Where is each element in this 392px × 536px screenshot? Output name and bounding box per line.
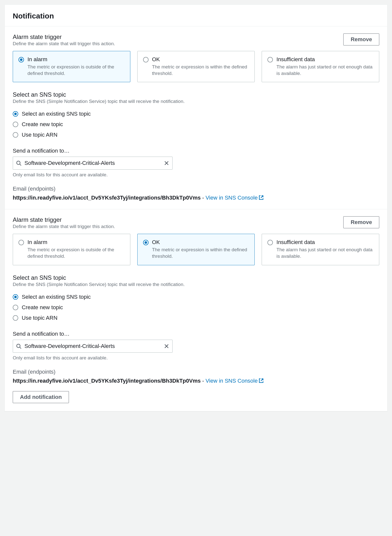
send-to-label: Send a notification to… (13, 148, 379, 154)
radio-icon (13, 315, 18, 321)
sns-topic-option[interactable]: Use topic ARN (13, 130, 379, 140)
send-to-helper: Only email lists for this account are av… (13, 172, 379, 178)
tile-desc: The alarm has just started or not enough… (276, 247, 374, 259)
sns-topic-option-label: Create new topic (22, 121, 63, 128)
alarm-state-tiles: In alarmThe metric or expression is outs… (13, 51, 379, 82)
notification-block: Alarm state triggerDefine the alarm stat… (5, 209, 387, 385)
endpoints-title: Email (endpoints) (13, 369, 379, 375)
clear-icon[interactable] (164, 343, 169, 349)
radio-icon (13, 132, 18, 138)
alarm-state-tile[interactable]: In alarmThe metric or expression is outs… (13, 234, 130, 265)
svg-line-1 (20, 164, 21, 166)
send-to-input[interactable] (24, 160, 161, 167)
sns-topic-option[interactable]: Create new topic (13, 302, 379, 313)
tile-title: OK (152, 56, 249, 63)
send-to-label: Send a notification to… (13, 331, 379, 337)
radio-icon (18, 57, 24, 62)
sns-heading: Select an SNS topic (13, 274, 379, 281)
sns-topic-option-label: Use topic ARN (22, 315, 57, 321)
sns-topic-option-label: Use topic ARN (22, 132, 57, 138)
alarm-state-desc: Define the alarm state that will trigger… (13, 224, 115, 229)
alarm-state-tiles: In alarmThe metric or expression is outs… (13, 234, 379, 265)
endpoints-title: Email (endpoints) (13, 186, 379, 192)
external-link-icon (258, 195, 264, 201)
radio-icon (13, 122, 18, 127)
radio-icon (267, 57, 273, 62)
alarm-state-tile[interactable]: Insufficient dataThe alarm has just star… (262, 234, 379, 265)
tile-desc: The metric or expression is within the d… (152, 247, 249, 259)
add-notification-button[interactable]: Add notification (13, 391, 69, 403)
alarm-state-tile[interactable]: Insufficient dataThe alarm has just star… (262, 51, 379, 82)
clear-icon[interactable] (164, 160, 169, 166)
svg-line-9 (261, 379, 263, 381)
external-link-icon (258, 378, 264, 384)
sns-heading: Select an SNS topic (13, 91, 379, 98)
notification-block: Alarm state triggerDefine the alarm stat… (5, 26, 387, 202)
tile-desc: The metric or expression is outside of t… (27, 247, 125, 259)
endpoints: Email (endpoints)https://in.readyfive.io… (13, 186, 379, 201)
tile-title: Insufficient data (276, 239, 374, 246)
svg-line-4 (261, 196, 263, 198)
panel-title: Notification (13, 12, 379, 20)
separator: - (201, 378, 206, 384)
svg-point-5 (17, 344, 20, 347)
sns-topic-option[interactable]: Select an existing SNS topic (13, 109, 379, 119)
sns-topic-option-label: Create new topic (22, 304, 63, 311)
endpoint-url: https://in.readyfive.io/v1/acct_Dv5YKsfe… (13, 378, 201, 384)
sns-topic-options: Select an existing SNS topicCreate new t… (13, 292, 379, 323)
alarm-state-tile[interactable]: In alarmThe metric or expression is outs… (13, 51, 130, 82)
sns-topic-options: Select an existing SNS topicCreate new t… (13, 109, 379, 140)
view-in-sns-link[interactable]: View in SNS Console (205, 378, 264, 384)
sns-topic-option[interactable]: Select an existing SNS topic (13, 292, 379, 302)
endpoint-url: https://in.readyfive.io/v1/acct_Dv5YKsfe… (13, 195, 201, 201)
footer-actions: Add notification (5, 385, 387, 411)
search-icon (16, 160, 21, 166)
tile-title: Insufficient data (276, 56, 374, 63)
panel-header: Notification (5, 5, 387, 26)
alarm-state-tile[interactable]: OKThe metric or expression is within the… (137, 51, 255, 82)
endpoint-line: https://in.readyfive.io/v1/acct_Dv5YKsfe… (13, 195, 379, 201)
remove-button[interactable]: Remove (343, 33, 379, 45)
separator: - (201, 195, 206, 201)
notification-panel: Notification Alarm state triggerDefine t… (4, 4, 388, 411)
radio-icon (143, 240, 149, 245)
alarm-state-desc: Define the alarm state that will trigger… (13, 41, 115, 46)
tile-desc: The metric or expression is within the d… (152, 64, 249, 76)
send-to-input[interactable] (24, 343, 161, 350)
tile-title: In alarm (27, 239, 125, 246)
radio-icon (143, 57, 149, 62)
send-to-combobox[interactable] (13, 157, 173, 170)
send-to-combobox[interactable] (13, 340, 173, 353)
tile-title: In alarm (27, 56, 125, 63)
view-in-sns-link[interactable]: View in SNS Console (205, 195, 264, 201)
radio-icon (267, 240, 273, 245)
radio-icon (13, 111, 18, 117)
endpoints: Email (endpoints)https://in.readyfive.io… (13, 369, 379, 384)
alarm-state-tile[interactable]: OKThe metric or expression is within the… (137, 234, 255, 265)
sns-desc: Define the SNS (Simple Notification Serv… (13, 99, 379, 104)
svg-point-0 (17, 161, 20, 165)
alarm-state-heading: Alarm state trigger (13, 33, 115, 40)
tile-title: OK (152, 239, 249, 246)
remove-button[interactable]: Remove (343, 216, 379, 228)
radio-icon (18, 240, 24, 245)
tile-desc: The metric or expression is outside of t… (27, 64, 125, 76)
endpoint-line: https://in.readyfive.io/v1/acct_Dv5YKsfe… (13, 378, 379, 384)
sns-desc: Define the SNS (Simple Notification Serv… (13, 282, 379, 287)
sns-topic-option[interactable]: Use topic ARN (13, 313, 379, 323)
search-icon (16, 343, 21, 349)
sns-topic-option[interactable]: Create new topic (13, 119, 379, 130)
sns-topic-option-label: Select an existing SNS topic (22, 294, 91, 300)
alarm-state-heading: Alarm state trigger (13, 216, 115, 223)
svg-line-6 (20, 347, 21, 349)
radio-icon (13, 305, 18, 310)
radio-icon (13, 294, 18, 300)
send-to-helper: Only email lists for this account are av… (13, 355, 379, 361)
tile-desc: The alarm has just started or not enough… (276, 64, 374, 76)
sns-topic-option-label: Select an existing SNS topic (22, 111, 91, 117)
